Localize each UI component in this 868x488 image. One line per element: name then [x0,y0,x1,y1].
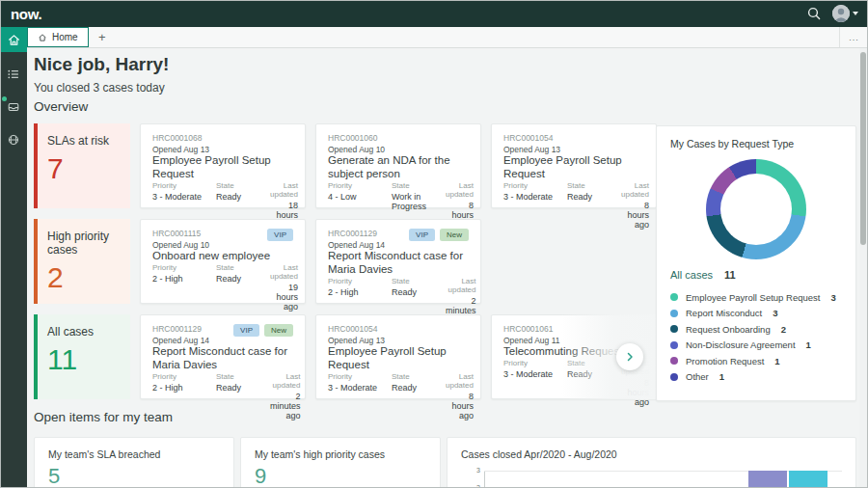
case-row: SLAs at risk7HRC0001068Opened Aug 13Empl… [34,123,664,208]
case-opened-date: Opened Aug 13 [328,336,385,345]
field-label: Last updated [270,181,298,199]
summary-card[interactable]: High priority cases2 [34,219,130,304]
field-label: Priority [152,181,216,190]
case-card-header: HRC0001060Opened Aug 10 [328,133,469,154]
field-label: Priority [328,277,392,285]
page-subtitle: You closed 3 cases today [34,81,858,95]
legend-item[interactable]: Other1 [670,369,842,386]
case-row: High priority cases2HRC0001115Opened Aug… [34,219,664,304]
case-field-state: StateReady [392,372,446,420]
case-field-priority: Priority2 - High [152,372,216,420]
case-opened-date: Opened Aug 10 [152,240,209,250]
sidebar-item-lists[interactable] [0,62,27,87]
case-field-last-updated: Last updated19 hours ago [270,263,298,312]
summary-card[interactable]: All cases11 [34,314,130,399]
legend-item[interactable]: Employee Payroll Setup Request3 [670,289,842,306]
bar-chart-area: Cases 23 [448,467,855,488]
legend: Employee Payroll Setup Request3Report Mi… [670,289,842,385]
sidebar-item-home[interactable] [0,27,27,52]
field-value: Ready [216,383,270,393]
case-opened-date: Opened Aug 13 [503,145,560,154]
field-value: 8 hours ago [446,392,474,420]
field-value: 4 - Low [328,192,392,202]
field-label: State [392,372,446,381]
case-title: Employee Payroll Setup Request [152,154,293,181]
field-value: 3 - Moderate [503,369,567,379]
chart-title: Cases closed Apr/2020 - Aug/2020 [461,448,842,460]
sidebar-item-explore[interactable] [0,127,27,152]
bar[interactable] [789,471,827,488]
carousel-next-button[interactable] [616,343,643,370]
inbox-notification-dot [2,96,7,101]
case-field-state: StateReady [567,181,621,230]
case-opened-date: Opened Aug 14 [152,336,209,345]
legend-dot [670,357,678,365]
scrollbar[interactable] [859,48,867,487]
case-card[interactable]: HRC0001115Opened Aug 10VIPOnboard new em… [140,219,306,304]
donut-chart[interactable] [706,159,806,259]
team-stat-card-sla[interactable]: My team's SLA breached 5 [34,437,234,488]
stat-value: 5 [48,464,220,488]
servicenow-logo: now. [11,6,41,22]
case-ids: HRC0001129Opened Aug 14 [328,229,385,250]
case-card-footer: Priority2 - HighStateReadyLast updated19… [152,263,293,312]
scrollbar-thumb[interactable] [860,52,866,245]
search-button[interactable] [805,5,823,22]
case-card[interactable]: HRC0001129Opened Aug 14VIPNewReport Misc… [315,219,481,304]
case-card[interactable]: HRC0001060Opened Aug 10Generate an NDA f… [315,123,481,208]
legend-item[interactable]: Promotion Request1 [670,353,842,369]
case-ids: HRC0001060Opened Aug 10 [328,133,385,154]
legend-count: 1 [719,371,724,382]
field-value: 2 minutes ago [270,392,301,420]
summary-card[interactable]: SLAs at risk7 [34,123,130,208]
new-tab-button[interactable]: + [89,27,116,47]
case-title: Onboard new employee [152,250,293,263]
legend-item[interactable]: Request Onboarding2 [670,321,842,338]
case-ids: HRC0001061Opened Aug 11 [503,324,559,345]
case-title: Generate an NDA for the subject person [328,154,469,181]
vip-badge: VIP [233,324,259,337]
case-number: HRC0001129 [152,324,209,334]
y-axis [484,471,485,488]
field-label: Priority [503,181,567,190]
legend-item[interactable]: Non-Disclosure Agreement1 [670,338,842,354]
all-cases-link[interactable]: All cases 11 [670,269,842,281]
tab-home[interactable]: Home [27,27,89,47]
case-field-priority: Priority3 - Moderate [328,372,392,420]
case-field-priority: Priority3 - Moderate [503,359,567,407]
new-badge: New [264,324,293,337]
case-card[interactable]: HRC0001054Opened Aug 13Employee Payroll … [491,123,657,208]
legend-label: Employee Payroll Setup Request [686,292,820,303]
field-label: Last updated [446,181,474,199]
field-value: Ready [392,287,446,297]
sidebar-item-inbox[interactable] [0,95,27,120]
field-value: 3 - Moderate [503,192,567,202]
search-icon [806,6,822,21]
case-opened-date: Opened Aug 11 [503,336,559,345]
legend-dot [670,373,678,381]
more-tabs-button[interactable]: ... [839,27,868,47]
case-opened-date: Opened Aug 14 [328,240,385,250]
case-number: HRC0001068 [152,133,209,143]
field-label: State [216,372,270,381]
field-label: Last updated [621,181,649,199]
case-card[interactable]: HRC0001129Opened Aug 14VIPNewReport Misc… [140,314,306,399]
case-title: Report Misconduct case for Maria Davies [152,345,293,372]
field-label: Last updated [270,263,298,281]
legend-label: Promotion Request [686,356,764,366]
all-cases-label: All cases [670,269,713,281]
bar[interactable] [748,471,787,488]
field-label: Priority [152,263,216,272]
team-chart-card[interactable]: Cases closed Apr/2020 - Aug/2020 Cases 2… [447,437,856,488]
team-stat-card-priority[interactable]: My team's high priority cases 9 [240,437,441,488]
case-card[interactable]: HRC0001054Opened Aug 13Employee Payroll … [315,314,481,399]
user-menu[interactable] [832,5,858,22]
case-field-last-updated: Last updated8 hours ago [621,181,649,230]
case-opened-date: Opened Aug 13 [152,145,209,154]
case-card[interactable]: HRC0001068Opened Aug 13Employee Payroll … [140,123,306,208]
legend-item[interactable]: Report Misconduct3 [670,306,842,322]
case-ids: HRC0001054Opened Aug 13 [328,324,385,345]
legend-dot [670,310,678,317]
summary-value: 7 [47,152,121,185]
tab-label: Home [52,32,78,42]
